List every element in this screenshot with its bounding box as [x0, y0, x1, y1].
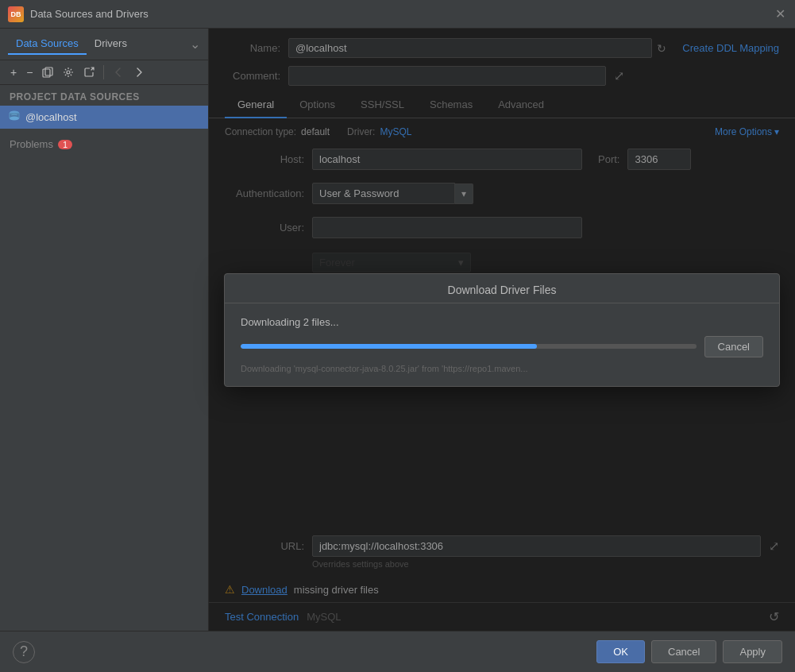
svg-point-2: [67, 71, 70, 74]
remove-button[interactable]: −: [22, 64, 37, 81]
app-icon: DB: [8, 6, 24, 22]
download-detail: Downloading 'mysql-connector-java-8.0.25…: [241, 364, 763, 373]
main-container: Data Sources Drivers ⌄ + −: [0, 29, 795, 631]
right-panel: Name: ↻ Create DDL Mapping Comment: ⤢ Ge…: [209, 29, 795, 631]
ok-button[interactable]: OK: [596, 640, 645, 663]
bottom-buttons: OK Cancel Apply: [596, 640, 782, 663]
tab-drivers[interactable]: Drivers: [87, 33, 135, 55]
progress-bar-fill: [241, 344, 537, 349]
problems-badge: 1: [58, 140, 72, 149]
problems-section: Problems 1: [0, 129, 208, 153]
problems-label[interactable]: Problems 1: [10, 138, 199, 150]
svg-point-5: [10, 117, 19, 121]
left-toolbar: + −: [0, 60, 208, 85]
modal-title: Download Driver Files: [225, 274, 779, 303]
datasource-item[interactable]: @localhost: [0, 106, 208, 129]
progress-bar-background: [241, 344, 697, 349]
download-status: Downloading 2 files...: [241, 316, 763, 328]
progress-row: Cancel: [241, 336, 763, 357]
datasource-icon: [8, 110, 21, 125]
add-button[interactable]: +: [6, 64, 21, 81]
bottom-bar: ? OK Cancel Apply: [0, 631, 795, 672]
cancel-button[interactable]: Cancel: [651, 640, 716, 663]
download-dialog: Download Driver Files Downloading 2 file…: [224, 273, 780, 387]
left-tabs-row: Data Sources Drivers ⌄: [0, 29, 208, 60]
toolbar-separator: [103, 65, 104, 79]
datasource-name: @localhost: [25, 111, 77, 123]
export-button[interactable]: [79, 64, 98, 80]
settings-button[interactable]: [59, 64, 78, 80]
tab-data-sources[interactable]: Data Sources: [8, 33, 87, 55]
help-button[interactable]: ?: [13, 641, 35, 663]
window-title: Data Sources and Drivers: [30, 8, 149, 20]
project-label: Project Data Sources: [0, 85, 208, 106]
close-button[interactable]: ✕: [775, 8, 785, 21]
copy-button[interactable]: [38, 64, 57, 80]
back-button[interactable]: [109, 64, 128, 80]
forward-button[interactable]: [129, 64, 149, 80]
modal-body: Downloading 2 files... Cancel Downloadin…: [225, 303, 779, 386]
modal-overlay: Download Driver Files Downloading 2 file…: [209, 29, 795, 631]
left-panel: Data Sources Drivers ⌄ + −: [0, 29, 209, 631]
apply-button[interactable]: Apply: [723, 640, 782, 663]
more-tabs-button[interactable]: ⌄: [190, 37, 200, 52]
problems-text: Problems: [10, 138, 53, 150]
modal-cancel-button[interactable]: Cancel: [704, 336, 763, 357]
title-bar: DB Data Sources and Drivers ✕: [0, 0, 795, 29]
